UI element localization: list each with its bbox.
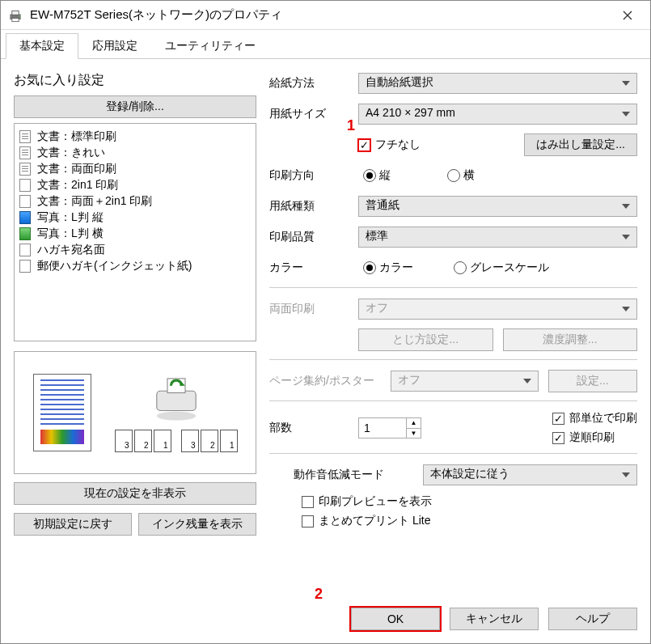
paper-source-label: 給紙方法 [269, 76, 358, 91]
doc-icon [19, 146, 32, 159]
color-color-radio[interactable]: カラー [363, 261, 413, 275]
marker-2: 2 [315, 586, 323, 603]
spinner-up[interactable]: ▲ [407, 418, 421, 429]
preset-item[interactable]: 文書：両面＋2in1 印刷 [19, 193, 251, 210]
orientation-portrait-radio[interactable]: 縦 [363, 168, 391, 183]
preset-item[interactable]: 文書：きれい [19, 145, 251, 161]
preset-item[interactable]: 文書：両面印刷 [19, 161, 251, 177]
svg-rect-5 [156, 391, 195, 410]
photo-icon [19, 211, 32, 224]
print-lite-checkbox[interactable]: まとめてプリント Lite [302, 514, 637, 528]
register-delete-button[interactable]: 登録/削除... [14, 95, 256, 118]
copies-input[interactable] [359, 418, 406, 438]
preset-list[interactable]: 文書：標準印刷 文書：きれい 文書：両面印刷 文書：2in1 印刷 文書：両面＋… [14, 123, 256, 341]
color-label: カラー [269, 261, 358, 275]
duplex-combo: オフ [358, 299, 637, 320]
duplex-2in1-icon [19, 195, 32, 208]
preview-doc-icon [33, 374, 91, 451]
preset-item[interactable]: 文書：標準印刷 [19, 129, 251, 145]
tab-strip: 基本設定 応用設定 ユーティリティー [1, 30, 650, 59]
hagaki-ij-icon [19, 260, 32, 273]
preset-item[interactable]: 文書：2in1 印刷 [19, 177, 251, 193]
checkbox-icon [552, 413, 564, 425]
2in1-icon [19, 179, 32, 192]
orientation-label: 印刷方向 [269, 168, 358, 183]
paper-type-label: 用紙種類 [269, 199, 358, 214]
svg-point-4 [156, 412, 195, 421]
preset-item[interactable]: 郵便ハガキ(インクジェット紙) [19, 258, 251, 274]
quality-combo[interactable]: 標準 [358, 227, 637, 248]
preview-pane [14, 351, 256, 474]
collate-icon [181, 430, 238, 452]
svg-rect-1 [12, 11, 19, 15]
density-settings-button: 濃度調整... [503, 328, 638, 351]
preset-item[interactable]: 写真：L判 横 [19, 226, 251, 242]
quality-label: 印刷品質 [269, 230, 358, 244]
doc-icon [19, 130, 32, 143]
paper-type-combo[interactable]: 普通紙 [358, 196, 637, 217]
layout-config-button: 設定... [548, 370, 637, 392]
binding-settings-button: とじ方設定... [358, 328, 493, 351]
collate-icon [115, 430, 171, 452]
orientation-landscape-radio[interactable]: 横 [447, 168, 475, 183]
checkbox-icon [552, 432, 564, 444]
checkbox-icon [302, 515, 314, 527]
layout-label: ページ集約/ポスター [269, 374, 391, 388]
hide-settings-button[interactable]: 現在の設定を非表示 [14, 482, 256, 505]
close-button[interactable] [611, 4, 644, 27]
radio-icon [454, 261, 467, 274]
borderless-checkbox[interactable]: フチなし [358, 138, 421, 152]
layout-combo: オフ [391, 371, 539, 392]
color-grayscale-radio[interactable]: グレースケール [454, 261, 549, 275]
hagaki-icon [19, 244, 32, 256]
window-title: EW-M752T Series(ネットワーク)のプロパティ [30, 7, 611, 23]
copies-spinner[interactable]: ▲▼ [358, 417, 421, 439]
tab-utility[interactable]: ユーティリティー [151, 33, 269, 58]
bleed-settings-button[interactable]: はみ出し量設定... [524, 133, 637, 156]
checkbox-icon [302, 496, 314, 508]
preset-item[interactable]: ハガキ宛名面 [19, 242, 251, 258]
radio-icon [363, 169, 376, 182]
spinner-down[interactable]: ▼ [407, 429, 421, 439]
dialog-buttons: OK キャンセル ヘルプ [351, 608, 637, 630]
dialog-window: EW-M752T Series(ネットワーク)のプロパティ 基本設定 応用設定 … [0, 0, 651, 644]
checkbox-icon [358, 139, 370, 151]
paper-size-label: 用紙サイズ [269, 107, 358, 121]
paper-source-combo[interactable]: 自動給紙選択 [358, 73, 637, 94]
preset-item[interactable]: 写真：L判 縦 [19, 210, 251, 226]
paper-size-combo[interactable]: A4 210 × 297 mm [358, 104, 637, 125]
marker-1: 1 [347, 117, 355, 134]
collate-checkbox[interactable]: 部単位で印刷 [552, 411, 637, 426]
ok-button[interactable]: OK [351, 608, 440, 630]
cancel-button[interactable]: キャンセル [450, 608, 539, 630]
help-button[interactable]: ヘルプ [548, 608, 637, 630]
printer-icon [7, 8, 23, 23]
svg-rect-2 [12, 18, 19, 21]
print-preview-checkbox[interactable]: 印刷プレビューを表示 [302, 494, 637, 509]
quiet-mode-label: 動作音低減モード [269, 468, 423, 482]
tab-basic[interactable]: 基本設定 [6, 33, 78, 59]
quiet-mode-combo[interactable]: 本体設定に従う [423, 464, 637, 485]
tab-advanced[interactable]: 応用設定 [78, 33, 151, 58]
duplex-label: 両面印刷 [269, 302, 358, 316]
photo-icon [19, 227, 32, 240]
reset-defaults-button[interactable]: 初期設定に戻す [14, 513, 132, 536]
copies-label: 部数 [269, 421, 358, 435]
show-ink-button[interactable]: インク残量を表示 [138, 513, 256, 536]
radio-icon [447, 169, 460, 182]
preview-printer-icon [150, 373, 203, 422]
svg-point-3 [19, 15, 20, 17]
reverse-order-checkbox[interactable]: 逆順印刷 [552, 430, 637, 445]
favorites-title: お気に入り設定 [14, 72, 256, 89]
duplex-icon [19, 163, 32, 176]
title-bar: EW-M752T Series(ネットワーク)のプロパティ [1, 1, 650, 30]
radio-icon [363, 261, 376, 274]
